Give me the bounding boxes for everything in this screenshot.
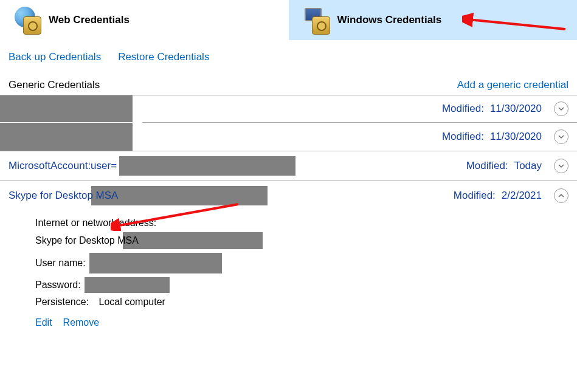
- remove-credential-link[interactable]: Remove: [63, 317, 100, 328]
- tab-windows-credentials[interactable]: Windows Credentials: [289, 0, 578, 40]
- redacted-block: [0, 123, 133, 151]
- restore-credentials-link[interactable]: Restore Credentials: [118, 51, 209, 63]
- vault-globe-icon: [12, 5, 41, 35]
- password-label: Password:: [35, 280, 81, 291]
- collapse-chevron-icon[interactable]: [554, 188, 568, 203]
- redacted-block: [0, 95, 133, 122]
- username-label: User name:: [35, 258, 86, 269]
- modified-label: Modified: 11/30/2020: [442, 131, 542, 143]
- credential-row[interactable]: MicrosoftAccount:user= Modified: Today: [0, 151, 577, 181]
- credential-tabs: Web Credentials Windows Credentials: [0, 0, 577, 40]
- credential-name: Skype for Desktop MSA: [9, 190, 118, 202]
- credential-links: Back up Credentials Restore Credentials: [0, 40, 577, 79]
- redacted-block: [89, 253, 222, 273]
- persistence-value: Local computer: [99, 297, 165, 308]
- modified-label: Modified: 2/2/2021: [454, 190, 542, 202]
- backup-credentials-link[interactable]: Back up Credentials: [9, 51, 101, 63]
- address-value: Skype for Desktop MSA: [35, 235, 139, 246]
- expand-chevron-icon[interactable]: [554, 159, 568, 173]
- modified-label: Modified: 11/30/2020: [442, 103, 542, 115]
- tab-web-credentials[interactable]: Web Credentials: [0, 0, 289, 40]
- expand-chevron-icon[interactable]: [554, 101, 568, 116]
- credential-row-expanded[interactable]: Skype for Desktop MSA Modified: 2/2/2021: [0, 181, 577, 210]
- modified-label: Modified: Today: [466, 160, 542, 172]
- persistence-label: Persistence:: [35, 297, 89, 308]
- redacted-block: [123, 232, 263, 249]
- expand-chevron-icon[interactable]: [554, 129, 568, 144]
- section-title: Generic Credentials: [9, 79, 100, 91]
- credential-row[interactable]: Modified: 11/30/2020: [0, 95, 577, 122]
- credential-row[interactable]: Modified: 11/30/2020: [0, 123, 577, 151]
- redacted-block: [85, 277, 170, 293]
- address-label: Internet or network address:: [35, 218, 156, 229]
- generic-credentials-header: Generic Credentials Add a generic creden…: [0, 79, 577, 95]
- tab-label: Web Credentials: [49, 14, 130, 26]
- credential-details: Internet or network address: Skype for D…: [0, 210, 577, 332]
- credential-name: MicrosoftAccount:user=: [9, 160, 117, 172]
- add-generic-credential-link[interactable]: Add a generic credential: [457, 79, 568, 91]
- tab-label: Windows Credentials: [337, 14, 442, 26]
- vault-monitor-icon: [301, 5, 330, 35]
- redacted-block: [119, 156, 295, 176]
- edit-credential-link[interactable]: Edit: [35, 317, 52, 328]
